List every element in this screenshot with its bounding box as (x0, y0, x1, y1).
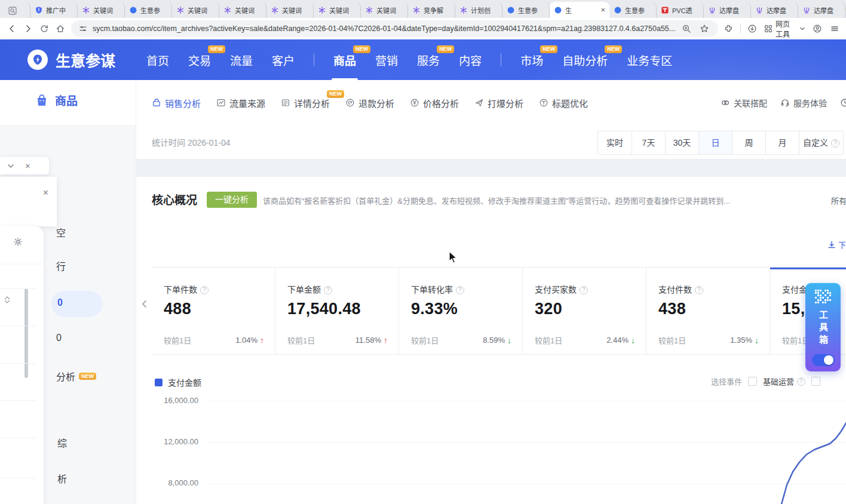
sidebar-item-fragment[interactable]: 析 (57, 471, 67, 485)
analysis-tab-价格分析[interactable]: 价格分析 (410, 97, 459, 109)
browser-tab[interactable]: 竞争解 (408, 2, 455, 18)
forward-icon[interactable] (22, 22, 33, 35)
nav-item-内容[interactable]: 内容 (459, 52, 482, 68)
history-clock-icon[interactable] (840, 98, 846, 107)
browser-tab[interactable]: 达摩盘 (704, 2, 751, 18)
metric-card-支付买家数[interactable]: 支付买家数?320较前1日2.44%↓ (523, 268, 646, 354)
url-text[interactable]: sycm.taobao.com/cc/item_archives?activeK… (93, 24, 675, 33)
cards-scroll-left-icon[interactable] (140, 299, 149, 309)
nav-item-自助分析[interactable]: 自助分析NEW (562, 52, 608, 68)
nav-item-客户[interactable]: 客户 (272, 52, 295, 68)
tab-title: 关键词 (376, 5, 403, 15)
bookmark-star-icon[interactable] (698, 22, 711, 35)
date-range-日[interactable]: 日 (698, 131, 732, 154)
site-settings-icon[interactable] (78, 22, 88, 35)
pvc-favicon-icon (661, 6, 669, 14)
date-range-周[interactable]: 周 (732, 131, 765, 154)
analysis-tab-标题优化[interactable]: 标题优化 (539, 97, 588, 109)
home-icon[interactable] (55, 22, 66, 35)
metric-title: 支付件数? (658, 283, 758, 295)
background-gap (136, 159, 846, 177)
metric-card-下单件数[interactable]: 下单件数?488较前1日1.04%↑ (152, 268, 275, 354)
browser-tab[interactable]: 关键词 (361, 2, 408, 18)
brand[interactable]: 生意参谋 (27, 49, 115, 70)
metric-card-下单金额[interactable]: 下单金额?17,540.48较前1日11.58%↑ (275, 268, 399, 354)
browser-menu-icon[interactable] (829, 22, 840, 35)
metric-card-下单转化率[interactable]: 下单转化率?9.33%较前1日8.59%↓ (399, 268, 523, 354)
chevron-down-icon[interactable] (6, 161, 16, 171)
tab-close-icon[interactable]: × (600, 6, 605, 14)
browser-tab[interactable]: 达摩盘 (751, 2, 798, 18)
nav-item-服务[interactable]: 服务NEW (417, 52, 440, 68)
expand-collapse-icon[interactable] (2, 295, 12, 305)
browser-tab[interactable]: 关键词 (78, 2, 125, 18)
toolbox-toggle[interactable] (812, 354, 835, 366)
nav-item-商品[interactable]: 商品NEW (333, 52, 356, 68)
browser-tab[interactable]: 达摩盘 (798, 2, 845, 18)
metric-card-支付件数[interactable]: 支付件数?438较前1日1.35%↓ (646, 268, 770, 354)
nav-item-首页[interactable]: 首页 (146, 52, 169, 68)
sidebar-item-fragment[interactable]: 分析NEW (56, 369, 96, 383)
zoom-page-icon[interactable] (680, 22, 693, 35)
browser-tab[interactable] (4, 2, 30, 18)
browser-tab[interactable]: 关键词 (314, 2, 361, 18)
nav-item-市场[interactable]: 市场NEW (520, 52, 543, 68)
gear-icon[interactable] (13, 237, 23, 247)
analysis-tab-销售分析[interactable]: 销售分析 (152, 97, 201, 109)
date-range-实时[interactable]: 实时 (598, 131, 632, 154)
date-range-30天[interactable]: 30天 (665, 131, 698, 154)
profile-icon[interactable] (812, 22, 823, 35)
right-link-服务体验[interactable]: 服务体验 (780, 97, 827, 109)
grid-icon (764, 22, 773, 35)
downloads-icon[interactable] (747, 22, 758, 35)
close-icon[interactable]: × (43, 188, 48, 198)
date-range-月[interactable]: 月 (765, 131, 799, 154)
url-field[interactable]: sycm.taobao.com/cc/item_archives?activeK… (71, 20, 718, 37)
core-right-cut-text[interactable]: 所有 (831, 195, 846, 206)
browser-tab[interactable]: PVC透 (657, 2, 704, 18)
browser-tab[interactable]: 关键词 (219, 2, 266, 18)
core-description: 该商品如有“报名新客折扣（首单礼金）&分期免息、发布短视频、修改手淘推荐渠道主图… (263, 195, 827, 206)
floating-panel-settings[interactable] (0, 226, 44, 265)
close-icon[interactable]: × (25, 161, 30, 170)
stat-time-label: 统计时间 (152, 138, 185, 147)
analysis-tab-打爆分析[interactable]: 打爆分析 (474, 97, 523, 109)
nav-item-营销[interactable]: 营销 (375, 52, 398, 68)
nav-item-业务专区[interactable]: 业务专区 (627, 52, 672, 68)
sidebar-title: 商品 (35, 92, 78, 108)
floating-panel-list[interactable] (0, 265, 44, 504)
toolbox-widget[interactable]: 工具箱 (805, 283, 841, 371)
analysis-tab-退款分析[interactable]: 退款分析 (345, 97, 394, 109)
sidebar-item-fragment[interactable]: 综 (57, 435, 67, 450)
sycm-favicon-icon (507, 6, 515, 14)
sidebar-item-fragment[interactable]: 0 (57, 297, 63, 308)
sidebar-item-fragment[interactable]: 行 (56, 259, 66, 273)
nav-item-流量[interactable]: 流量 (230, 52, 253, 68)
one-click-analyze-button[interactable]: 一键分析 (207, 192, 257, 208)
sidebar-item-fragment[interactable]: 空 (56, 225, 66, 239)
web-tools-button[interactable]: 网页工具 (764, 19, 806, 39)
right-link-关联搭配[interactable]: 关联搭配 (721, 97, 767, 109)
browser-tab[interactable]: 关键词 (266, 2, 314, 18)
browser-tab[interactable]: 推广中 (30, 2, 78, 18)
analysis-tab-详情分析[interactable]: 详情分析NEW (281, 97, 330, 109)
scrollbar-thumb[interactable] (24, 288, 28, 378)
browser-tab[interactable]: 生意参 (125, 2, 172, 18)
nav-item-交易[interactable]: 交易NEW (188, 52, 211, 68)
browser-tab[interactable]: 生意参 (609, 2, 657, 18)
floating-panel-collapsed[interactable]: × (0, 157, 49, 174)
browser-tab[interactable]: 生× (550, 2, 609, 18)
back-icon[interactable] (6, 22, 17, 35)
date-range-7天[interactable]: 7天 (632, 131, 665, 154)
browser-tab[interactable]: 关键词 (172, 2, 219, 18)
extensions-icon[interactable] (723, 22, 734, 35)
reload-icon[interactable] (38, 22, 50, 35)
browser-tab[interactable]: 计划创 (455, 2, 502, 18)
date-range-自定义[interactable]: 自定义? (799, 131, 843, 154)
analysis-tab-流量来源[interactable]: 流量来源 (216, 97, 265, 109)
download-link[interactable]: 下载 (827, 239, 846, 250)
floating-panel[interactable]: × (0, 177, 57, 226)
sidebar-item-fragment[interactable]: 0 (56, 333, 62, 343)
headset-icon (780, 98, 790, 107)
browser-tab[interactable]: 生意参 (502, 2, 550, 18)
